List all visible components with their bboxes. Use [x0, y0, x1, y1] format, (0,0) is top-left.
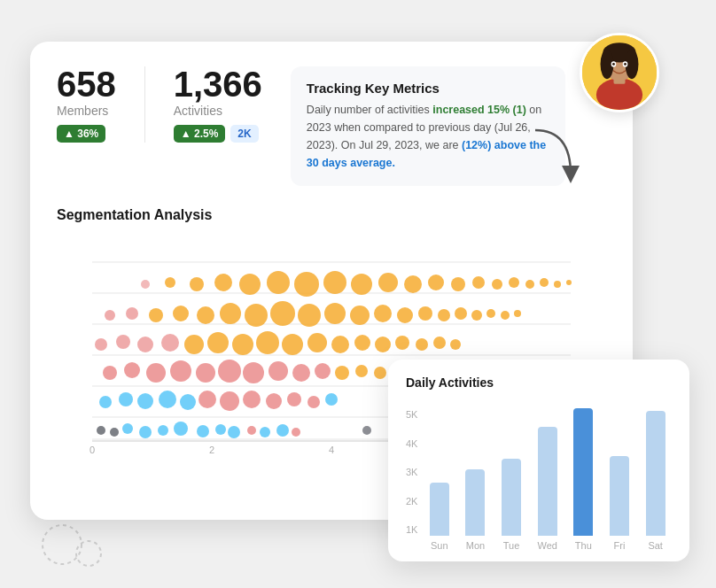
y-label-3k: 3K: [406, 467, 417, 477]
members-label: Members: [57, 104, 116, 118]
svg-point-47: [220, 391, 239, 411]
svg-point-29: [139, 426, 152, 438]
segmentation-title: Segmentation Analysis: [57, 207, 606, 223]
svg-point-76: [307, 333, 327, 352]
svg-point-82: [433, 337, 446, 349]
svg-point-96: [397, 307, 413, 323]
svg-point-65: [374, 367, 386, 379]
svg-point-88: [197, 306, 214, 324]
svg-point-28: [122, 423, 133, 434]
svg-point-26: [97, 426, 105, 435]
svg-point-59: [243, 362, 264, 383]
svg-point-117: [472, 276, 485, 289]
y-label-1k: 1K: [406, 524, 417, 535]
svg-point-115: [428, 275, 444, 290]
activities-metric: 1,366 Activities ▲ 2.5% 2K: [174, 66, 291, 143]
svg-point-27: [110, 428, 119, 437]
bar-fri: Fri: [603, 456, 636, 551]
arrow-decoration: [526, 121, 580, 196]
bar-sun: Sun: [423, 483, 455, 551]
svg-point-45: [180, 394, 196, 410]
tracking-text: Daily number of activities increased 15%…: [307, 101, 549, 172]
daily-activities-title: Daily Activities: [406, 375, 672, 390]
members-badge: ▲ 36%: [57, 125, 105, 143]
svg-point-120: [525, 280, 534, 289]
activities-value: 1,366: [174, 66, 262, 102]
svg-point-81: [416, 338, 428, 351]
svg-point-99: [455, 307, 467, 320]
svg-point-91: [270, 301, 295, 326]
bar-sat-fill: [646, 411, 665, 536]
bar-sun-label: Sun: [431, 540, 448, 551]
svg-point-114: [404, 275, 422, 293]
bar-thu-fill: [573, 408, 593, 536]
svg-point-92: [298, 304, 321, 327]
svg-point-48: [243, 391, 261, 408]
bar-tue-fill: [502, 459, 521, 536]
tracking-highlight-green: increased 15% (1): [432, 104, 526, 116]
svg-point-0: [43, 525, 82, 564]
y-label-4k: 4K: [406, 438, 417, 449]
y-label-5k: 5K: [406, 409, 417, 420]
svg-point-79: [375, 337, 391, 352]
svg-point-38: [292, 428, 300, 437]
svg-point-50: [287, 392, 301, 406]
activities-badges: ▲ 2.5% 2K: [174, 125, 262, 143]
svg-point-105: [165, 277, 175, 288]
svg-point-110: [294, 272, 319, 297]
bar-sat-label: Sat: [648, 540, 663, 551]
svg-point-122: [554, 281, 561, 288]
svg-point-11: [624, 63, 626, 66]
svg-point-30: [158, 425, 168, 436]
activities-badge2: 2K: [230, 125, 258, 143]
svg-point-62: [315, 363, 331, 379]
bar-wed-fill: [538, 427, 557, 536]
daily-activities-card: Daily Activities 5K 4K 3K 2K 1K Sun Mon: [388, 360, 689, 561]
svg-point-98: [438, 309, 450, 321]
bar-tue: Tue: [495, 459, 528, 551]
metrics-section: 658 Members ▲ 36% 1,366 Activities ▲ 2.5…: [57, 66, 606, 186]
svg-point-73: [232, 334, 253, 355]
svg-point-49: [266, 393, 282, 409]
svg-point-83: [450, 339, 461, 350]
svg-text:4: 4: [329, 445, 334, 455]
svg-point-111: [323, 271, 346, 294]
svg-point-41: [99, 396, 112, 408]
svg-point-80: [395, 336, 409, 350]
svg-point-89: [220, 303, 241, 324]
svg-point-58: [218, 360, 241, 383]
svg-text:2: 2: [209, 445, 214, 455]
svg-point-101: [486, 309, 495, 318]
svg-point-84: [105, 310, 115, 321]
avatar: [580, 33, 659, 112]
svg-point-100: [471, 310, 482, 321]
bar-sat: Sat: [639, 411, 672, 551]
svg-point-35: [247, 426, 256, 435]
svg-point-69: [137, 337, 153, 352]
metrics-left: 658 Members ▲ 36% 1,366 Activities ▲ 2.5…: [57, 66, 291, 143]
svg-point-72: [207, 332, 229, 353]
svg-point-74: [256, 331, 279, 354]
members-badges: ▲ 36%: [57, 125, 116, 143]
bar-wed: Wed: [531, 427, 564, 551]
svg-point-86: [149, 308, 163, 322]
svg-point-37: [276, 424, 289, 437]
activities-badge1: ▲ 2.5%: [174, 125, 226, 143]
y-label-2k: 2K: [406, 496, 417, 507]
bar-mon-fill: [465, 469, 485, 536]
svg-point-67: [95, 338, 107, 351]
svg-point-78: [354, 335, 370, 351]
svg-point-94: [350, 306, 370, 325]
svg-point-64: [355, 365, 368, 377]
bar-fri-label: Fri: [614, 540, 626, 551]
svg-point-95: [374, 305, 392, 322]
bar-mon: Mon: [459, 469, 492, 551]
svg-point-56: [170, 360, 191, 382]
members-metric: 658 Members ▲ 36%: [57, 66, 145, 143]
bar-sun-fill: [430, 483, 449, 536]
svg-point-55: [146, 363, 166, 383]
svg-point-119: [509, 277, 519, 288]
y-axis-labels: 5K 4K 3K 2K 1K: [406, 409, 417, 551]
svg-text:0: 0: [90, 445, 95, 455]
svg-point-75: [282, 334, 303, 355]
